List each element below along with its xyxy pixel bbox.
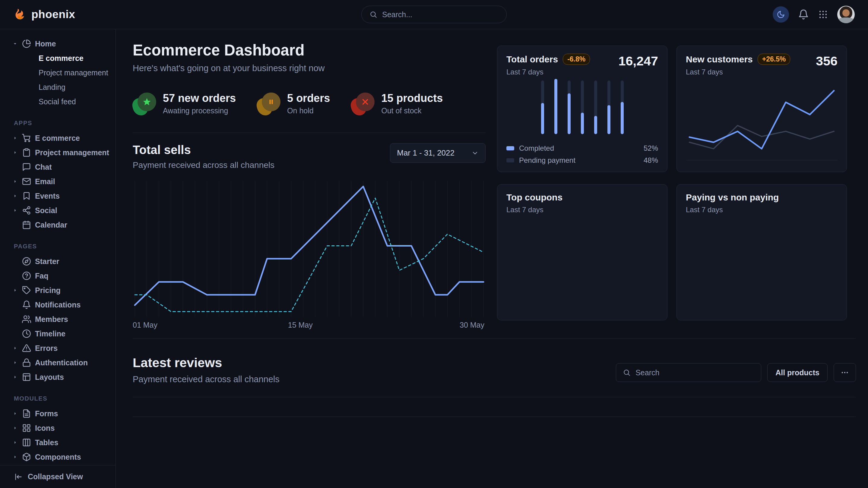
total-orders-value: 16,247 [618,54,658,68]
sidebar-item-faq[interactable]: Faq [0,268,116,283]
reviews-table-header [133,397,856,417]
stats-cards: Total orders -6.8% Last 7 days 16,247 Co… [497,45,856,330]
reviews-subtitle: Payment received across all channels [133,375,280,384]
chevron-down-icon [471,150,478,157]
chat-icon [22,162,31,171]
main-content: Ecommerce Dashboard Here's what's going … [116,29,868,488]
trend-badge: +26.5% [757,54,790,65]
caret-right-icon [12,178,18,185]
x-axis-tick: 01 May [133,321,157,329]
table-more-button[interactable] [834,363,856,382]
total-orders-legend: Completed52%Pending payment48% [506,144,658,165]
legend-value: 52% [644,144,658,153]
search-icon [623,369,631,377]
collapse-icon [14,473,22,481]
all-products-button[interactable]: All products [767,363,828,382]
sidebar-item-pricing[interactable]: Pricing [0,283,116,297]
help-circle-icon [22,271,31,280]
date-range-select[interactable]: Mar 1 - 31, 2022 [390,143,486,163]
lock-icon [22,358,31,367]
card-title: Total orders [506,54,558,65]
sidebar-item-forms[interactable]: Forms [0,406,116,421]
stat-circle [262,93,280,111]
sidebar-item-label: Authentication [35,358,88,367]
sidebar-item-home[interactable]: Home [0,36,116,51]
sidebar-subitem-project-management[interactable]: Project management [0,65,116,80]
sidebar-item-label: Icons [35,424,55,432]
sidebar-section-label: PAGES [0,232,116,254]
notifications-button[interactable] [798,9,809,20]
stat-sub: Awating processing [163,106,236,115]
legend-swatch [506,158,514,162]
navbar-search[interactable] [361,6,507,23]
sidebar-item-email[interactable]: Email [0,174,116,189]
reviews-search-input[interactable] [636,368,754,377]
bookmark-icon [22,191,31,200]
legend-label: Completed [519,144,639,153]
sidebar-item-label: Email [35,177,55,186]
theme-toggle-button[interactable] [773,6,789,23]
sidebar-item-label: Notifications [35,300,81,309]
sidebar-item-authentication[interactable]: Authentication [0,355,116,370]
navbar-search-input[interactable] [382,10,499,19]
caret-right-icon [12,345,18,351]
cart-icon [22,133,31,142]
sidebar-item-calendar[interactable]: Calendar [0,218,116,232]
sidebar-item-label: Members [35,315,68,324]
sidebar-item-icons[interactable]: Icons [0,421,116,435]
sidebar-subitem-social-feed[interactable]: Social feed [0,94,116,109]
card-title: New customers [686,54,753,65]
phoenix-logo-icon [13,7,27,22]
reviews-table [133,397,856,417]
sidebar-subitem-landing[interactable]: Landing [0,80,116,94]
sidebar-item-notifications[interactable]: Notifications [0,297,116,312]
caret-right-icon [12,360,18,366]
sidebar: HomeE commerceProject managementLandingS… [0,29,116,488]
sidebar-item-e-commerce[interactable]: E commerce [0,131,116,145]
paying-card: Paying vs non paying Last 7 days [677,184,847,320]
sidebar-item-social[interactable]: Social [0,203,116,218]
stat-value: 57 new orders [163,92,236,105]
hero-stat: 15 productsOut of stock [351,92,443,115]
profile-avatar[interactable] [837,6,855,23]
caret-down-icon [12,41,18,47]
sidebar-item-components[interactable]: Components [0,450,116,464]
sidebar-subitem-e-commerce[interactable]: E commerce [0,51,116,65]
sidebar-item-layouts[interactable]: Layouts [0,370,116,384]
caret-right-icon [12,193,18,199]
sidebar-item-members[interactable]: Members [0,312,116,326]
file-text-icon [22,409,31,418]
sidebar-item-chat[interactable]: Chat [0,160,116,174]
bell-icon [798,9,809,20]
overview-section: Ecommerce Dashboard Here's what's going … [133,41,486,330]
total-sells-chart [133,181,486,317]
caret-right-icon [12,207,18,214]
sidebar-item-timeline[interactable]: Timeline [0,326,116,341]
stat-texts: 5 ordersOn hold [287,92,330,115]
reviews-search[interactable] [616,363,761,382]
sidebar-item-label: Errors [35,344,58,353]
sidebar-item-label: Calendar [35,221,67,229]
legend-row: Completed52% [506,144,658,153]
caret-right-icon [12,411,18,417]
star-icon [142,97,151,106]
layout-icon [22,372,31,382]
sidebar-item-events[interactable]: Events [0,189,116,203]
sidebar-item-starter[interactable]: Starter [0,254,116,268]
new-customers-value: 356 [816,54,838,68]
collapsed-view-toggle[interactable]: Collapsed View [0,465,116,488]
total-sells-title: Total sells [133,143,275,157]
sidebar-item-label: Forms [35,409,58,418]
mail-icon [22,177,31,186]
apps-grid-button[interactable] [818,9,828,20]
reviews-title: Latest reviews [133,355,280,370]
sidebar-item-project-management[interactable]: Project management [0,145,116,160]
section-divider [133,133,486,133]
trend-badge: -6.8% [563,54,590,65]
card-period: Last 7 days [506,205,562,214]
brand[interactable]: phoenix [13,7,116,22]
sidebar-item-tables[interactable]: Tables [0,435,116,450]
total-orders-chart [506,76,658,136]
sidebar-item-errors[interactable]: Errors [0,341,116,355]
stat-texts: 57 new ordersAwating processing [163,92,236,115]
